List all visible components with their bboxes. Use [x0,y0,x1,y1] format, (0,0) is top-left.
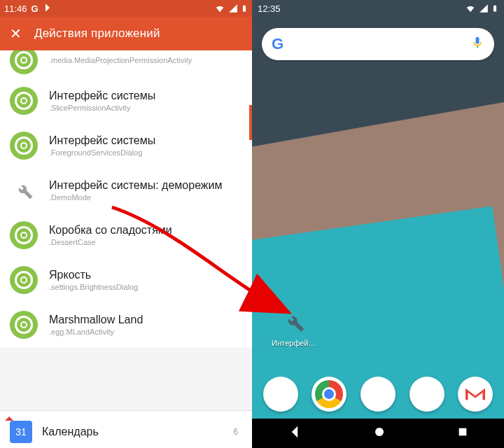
calendar-section-header[interactable]: 31 Календарь 6 [0,410,252,448]
nav-bar [252,419,504,448]
item-subtitle: .SlicePermissionActivity [49,103,155,113]
app-drawer-button[interactable] [360,377,396,412]
mic-icon[interactable] [470,36,484,52]
list-item[interactable]: Marshmallow Land .egg.MLandActivity [0,302,252,347]
item-subtitle: .egg.MLandActivity [49,327,143,337]
calendar-label: Календарь [42,426,223,438]
gmail-icon[interactable] [458,377,493,412]
list-item[interactable]: Интерфейс системы .ForegroundServicesDia… [0,123,252,168]
item-title: Коробка со сладостями [49,223,172,237]
item-subtitle: .settings.BrightnessDialog [49,282,138,292]
list-item[interactable]: Коробка со сладостями .DessertCase [0,213,252,258]
item-subtitle: .DessertCase [49,237,172,247]
item-subtitle: .DemoMode [49,192,223,202]
list-item[interactable]: Интерфейс системы: деморежим .DemoMode [0,168,252,213]
google-logo-icon: G [272,35,284,53]
contacts-icon[interactable] [410,377,444,412]
item-title: Интерфейс системы [49,134,155,148]
notification-icon [43,3,52,15]
battery-icon [491,3,498,14]
item-title: Яркость [49,268,138,282]
home-shortcut[interactable]: Интерфейс... [272,307,316,347]
svg-point-2 [375,428,384,436]
wifi-icon [465,4,476,13]
item-title: Интерфейс системы [49,89,155,103]
clock: 12:35 [258,4,281,14]
android-p-icon [10,311,38,339]
status-icons [214,3,248,14]
item-title: Marshmallow Land [49,313,143,327]
android-p-icon [10,266,38,294]
svg-rect-3 [459,428,467,436]
android-p-icon [10,221,38,249]
item-subtitle: .media.MediaProjectionPermissionActivity [49,55,192,65]
android-p-icon [10,132,38,160]
google-search-bar[interactable]: G [262,28,494,60]
app-title: Действия приложений [34,27,160,41]
right-device: 12:35 G Интерфейс... [252,0,504,448]
android-p-icon [10,50,38,74]
wifi-icon [214,4,225,13]
item-subtitle: .ForegroundServicesDialog [49,148,155,158]
list-item[interactable]: Яркость .settings.BrightnessDialog [0,258,252,302]
calendar-icon: 31 [10,421,32,443]
left-device: 11:46 G ✕ Действия приложений .media.Med… [0,0,252,448]
status-bar: 11:46 G [0,0,252,17]
wrench-icon [10,176,38,204]
status-icons [465,3,498,14]
back-button[interactable] [288,425,302,442]
status-bar: 12:35 [252,0,504,17]
android-p-icon [10,87,38,115]
home-button[interactable] [373,426,386,441]
list-item[interactable]: Интерфейс системы .SlicePermissionActivi… [0,78,252,123]
signal-icon [228,4,238,13]
item-title: Интерфейс системы: деморежим [49,178,223,192]
chrome-icon[interactable] [312,377,346,412]
clock: 11:46 [4,4,27,14]
app-bar: ✕ Действия приложений [0,17,252,50]
activity-list[interactable]: .media.MediaProjectionPermissionActivity… [0,50,252,410]
battery-icon [241,3,248,14]
signal-icon [479,4,489,13]
shortcut-label: Интерфейс... [272,339,316,347]
wrench-icon [279,307,309,337]
play-store-icon[interactable] [263,377,298,412]
close-icon[interactable]: ✕ [10,25,22,42]
dock [252,370,504,419]
recents-button[interactable] [457,426,468,440]
google-icon: G [31,4,38,14]
calendar-count: 6 [233,427,242,437]
list-item[interactable]: .media.MediaProjectionPermissionActivity [0,50,252,78]
